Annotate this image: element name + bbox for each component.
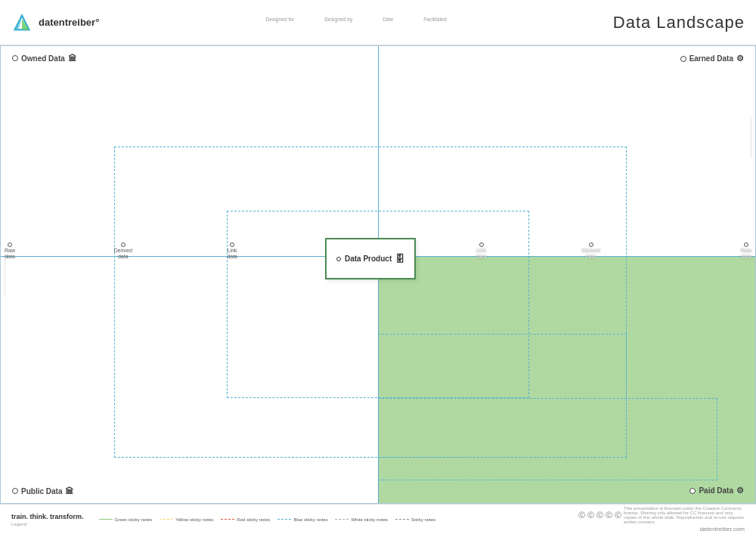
cc-by-icon: Ⓒ (587, 511, 594, 520)
legend-other-line (395, 519, 409, 520)
legend-blue: Blue sticky notes (277, 517, 327, 522)
data-product-label: Data Product (345, 255, 392, 263)
designed-by: Designed by (324, 17, 352, 29)
page-title: Data Landscape (613, 13, 745, 32)
public-data-icon: 🏛 (65, 486, 73, 495)
paid-data-dot (689, 488, 696, 494)
public-data-label: Public Data 🏛 (12, 486, 73, 495)
legend-green-line (99, 519, 113, 520)
data-product-dot (336, 257, 341, 261)
paid-data-text: Paid Data (699, 486, 733, 495)
cc-nc-icon: Ⓒ (596, 511, 603, 520)
footer-cc-icons: Ⓒ Ⓒ Ⓒ Ⓒ Ⓒ This presentation is licensed … (578, 506, 745, 524)
data-product-box[interactable]: Data Product 🗄 (325, 238, 416, 279)
owned-data-text: Owned Data (21, 54, 65, 63)
footer-right: Ⓒ Ⓒ Ⓒ Ⓒ Ⓒ This presentation is licensed … (578, 506, 745, 532)
legend-blue-line (277, 519, 291, 520)
footer-legend-label: Legend (11, 522, 26, 526)
cc-sa-icon: Ⓒ (615, 511, 621, 520)
footer-brand-text: train. think. transform. (11, 513, 84, 520)
earned-data-dot (680, 56, 686, 62)
legend-white-line (335, 519, 349, 520)
earned-data-label: Earned Data ⚙ (680, 54, 744, 63)
legend-red-label: Red sticky notes (237, 517, 270, 522)
legend-other: Sticky notes (395, 517, 435, 522)
date-meta: Date (383, 17, 393, 29)
left-side-label: ───────────── (2, 137, 7, 412)
legend-white: White sticky notes (335, 517, 387, 522)
legend-green-label: Green sticky notes (115, 517, 153, 522)
paid-data-icon: ⚙ (736, 486, 744, 495)
earned-data-text: Earned Data (689, 54, 733, 63)
owned-data-dot (12, 55, 18, 61)
legend-red-line (221, 519, 234, 520)
footer-legal-text: This presentation is licensed under the … (624, 506, 745, 524)
legend-blue-label: Blue sticky notes (293, 517, 327, 522)
paid-data-label: Paid Data ⚙ (689, 486, 744, 495)
data-product-icon: 🗄 (395, 254, 404, 264)
logo-text: datentreiber° (39, 17, 99, 28)
bottom-right-dashed-rect (378, 398, 717, 480)
header-meta: Designed for Designed by Date Facilitate… (265, 17, 446, 29)
facilitated-meta: Facilitated (423, 17, 446, 29)
public-data-dot (12, 488, 18, 494)
legend-white-label: White sticky notes (351, 517, 387, 522)
earned-data-icon: ⚙ (736, 54, 744, 63)
owned-data-label: Owned Data 🏛 (12, 54, 76, 63)
footer-legend: Green sticky notes Yellow sticky notes R… (99, 517, 436, 522)
footer-website: datentreiber.com (699, 526, 745, 532)
public-data-text: Public Data (21, 487, 62, 495)
main-canvas: ───────────── ───────────── Owned Data 🏛… (0, 45, 756, 504)
axis-derived-right: Derived data (581, 242, 600, 259)
owned-data-icon: 🏛 (68, 54, 76, 63)
logo-icon (11, 12, 33, 33)
legend-yellow-line (160, 519, 173, 520)
legend-yellow: Yellow sticky notes (160, 517, 213, 522)
footer: train. think. transform. Legend Green st… (0, 504, 756, 534)
logo-area: datentreiber° (11, 12, 99, 33)
cc-nd-icon: Ⓒ (606, 511, 612, 520)
axis-link-right: Link data (476, 242, 487, 259)
axis-raw-left: Raw data (5, 242, 15, 259)
axis-link-left: Link data (227, 242, 237, 259)
legend-other-label: Sticky notes (411, 517, 435, 522)
axis-derived-left: Derived data (114, 242, 132, 259)
cc-icon: Ⓒ (578, 511, 585, 520)
legend-green: Green sticky notes (99, 517, 153, 522)
footer-brand: train. think. transform. Legend (11, 513, 84, 526)
header: datentreiber° Designed for Designed by D… (0, 0, 756, 45)
legend-red: Red sticky notes (221, 517, 270, 522)
legend-yellow-label: Yellow sticky notes (175, 517, 213, 522)
designed-for: Designed for (265, 17, 294, 29)
right-side-label: ───────────── (749, 1, 754, 275)
axis-raw-right: Raw data (741, 242, 751, 259)
